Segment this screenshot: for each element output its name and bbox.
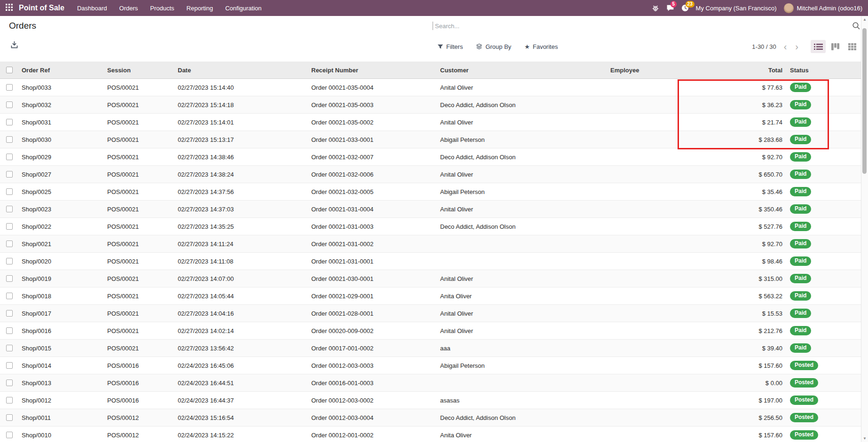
menu-configuration[interactable]: Configuration	[219, 0, 268, 16]
select-all-checkbox[interactable]	[0, 67, 19, 73]
table-row[interactable]: Shop/0033 POS/00021 02/27/2023 15:14:40 …	[0, 79, 861, 96]
row-checkbox[interactable]	[0, 84, 19, 91]
menu-dashboard[interactable]: Dashboard	[71, 0, 113, 16]
export-download-icon[interactable]	[10, 41, 18, 51]
receipt-number-cell: Order 00021-035-0004	[308, 84, 437, 91]
company-switcher[interactable]: My Company (San Francisco)	[696, 5, 777, 12]
app-title[interactable]: Point of Sale	[18, 4, 71, 12]
search-input[interactable]	[433, 22, 852, 30]
menu-products[interactable]: Products	[144, 0, 180, 16]
table-row[interactable]: Shop/0012 POS/00016 02/24/2023 16:44:37 …	[0, 392, 861, 409]
group-by-button[interactable]: Group By	[476, 43, 511, 50]
receipt-number-cell: Order 00021-030-0001	[308, 275, 437, 282]
session-cell: POS/00021	[104, 136, 175, 143]
col-header-order-ref[interactable]: Order Ref	[19, 67, 104, 74]
activities-count-badge: 23	[686, 1, 694, 8]
col-header-session[interactable]: Session	[104, 67, 175, 74]
table-row[interactable]: Shop/0022 POS/00021 02/27/2023 14:35:25 …	[0, 218, 861, 235]
order-ref-cell: Shop/0010	[19, 432, 104, 439]
row-checkbox[interactable]	[0, 136, 19, 143]
col-header-total[interactable]: Total	[690, 67, 786, 74]
status-badge: Posted	[790, 378, 818, 387]
total-cell: $ 350.46	[690, 206, 786, 213]
scrollbar-thumb[interactable]	[862, 28, 867, 174]
table-row[interactable]: Shop/0018 POS/00021 02/27/2023 14:05:44 …	[0, 287, 861, 305]
favorites-button[interactable]: ★ Favorites	[524, 43, 558, 50]
table-row[interactable]: Shop/0032 POS/00021 02/27/2023 15:14:18 …	[0, 96, 861, 114]
scroll-down-arrow-icon[interactable]: ▼	[861, 436, 868, 441]
table-row[interactable]: Shop/0013 POS/00016 02/24/2023 16:44:51 …	[0, 374, 861, 392]
table-row[interactable]: Shop/0029 POS/00021 02/27/2023 14:38:46 …	[0, 148, 861, 166]
table-row[interactable]: Shop/0027 POS/00021 02/27/2023 14:38:24 …	[0, 166, 861, 183]
table-row[interactable]: Shop/0014 POS/00016 02/24/2023 16:45:06 …	[0, 357, 861, 374]
vertical-scrollbar[interactable]: ▲ ▼	[861, 16, 868, 442]
date-cell: 02/27/2023 14:11:08	[175, 258, 308, 265]
control-panel: Filters Group By ★ Favorites 1-30 / 30 ‹…	[0, 36, 868, 57]
table-row[interactable]: Shop/0023 POS/00021 02/27/2023 14:37:03 …	[0, 201, 861, 218]
messages-icon[interactable]: 5	[666, 4, 674, 12]
session-cell: POS/00021	[104, 206, 175, 213]
row-checkbox[interactable]	[0, 101, 19, 108]
filter-funnel-icon	[437, 44, 443, 50]
receipt-number-cell: Order 00012-003-0003	[308, 362, 437, 369]
row-checkbox[interactable]	[0, 154, 19, 160]
row-checkbox[interactable]	[0, 171, 19, 178]
col-header-customer[interactable]: Customer	[437, 67, 608, 74]
row-checkbox[interactable]	[0, 258, 19, 264]
status-badge: Paid	[790, 343, 811, 352]
row-checkbox[interactable]	[0, 380, 19, 386]
table-row[interactable]: Shop/0017 POS/00021 02/27/2023 14:04:16 …	[0, 305, 861, 322]
row-checkbox[interactable]	[0, 432, 19, 438]
table-row[interactable]: Shop/0015 POS/00021 02/27/2023 13:56:42 …	[0, 340, 861, 357]
orders-table-body: Shop/0033 POS/00021 02/27/2023 15:14:40 …	[0, 79, 861, 442]
col-header-employee[interactable]: Employee	[608, 67, 690, 74]
row-checkbox[interactable]	[0, 223, 19, 230]
total-cell: $ 256.50	[690, 414, 786, 421]
table-row[interactable]: Shop/0030 POS/00021 02/27/2023 15:13:17 …	[0, 131, 861, 148]
row-checkbox[interactable]	[0, 362, 19, 369]
pager-next-button[interactable]: ›	[793, 42, 800, 51]
row-checkbox[interactable]	[0, 327, 19, 334]
col-header-date[interactable]: Date	[175, 67, 308, 74]
row-checkbox[interactable]	[0, 206, 19, 212]
row-checkbox[interactable]	[0, 188, 19, 195]
session-cell: POS/00016	[104, 380, 175, 387]
pivot-view-button[interactable]	[844, 40, 860, 53]
table-row[interactable]: Shop/0031 POS/00021 02/27/2023 15:14:01 …	[0, 114, 861, 131]
table-row[interactable]: Shop/0025 POS/00021 02/27/2023 14:37:56 …	[0, 183, 861, 201]
row-checkbox[interactable]	[0, 275, 19, 282]
table-row[interactable]: Shop/0021 POS/00021 02/27/2023 14:11:24 …	[0, 235, 861, 253]
receipt-number-cell: Order 00016-001-0003	[308, 380, 437, 387]
row-checkbox[interactable]	[0, 293, 19, 299]
customer-cell: Anital Oliver	[437, 327, 608, 334]
apps-menu-button[interactable]	[0, 0, 18, 16]
menu-reporting[interactable]: Reporting	[181, 0, 219, 16]
receipt-number-cell: Order 00021-032-0005	[308, 188, 437, 195]
kanban-view-button[interactable]	[828, 40, 843, 53]
col-header-status[interactable]: Status	[786, 67, 861, 74]
user-menu[interactable]: Mitchell Admin (odoo16)	[784, 3, 862, 13]
row-checkbox[interactable]	[0, 310, 19, 317]
scroll-up-arrow-icon[interactable]: ▲	[861, 17, 868, 22]
session-cell: POS/00012	[104, 414, 175, 421]
date-cell: 02/24/2023 15:16:54	[175, 414, 308, 421]
row-checkbox[interactable]	[0, 345, 19, 351]
list-view-button[interactable]	[811, 40, 826, 53]
activities-clock-icon[interactable]: 23	[681, 4, 689, 12]
table-row[interactable]: Shop/0020 POS/00021 02/27/2023 14:11:08 …	[0, 253, 861, 270]
pager-previous-button[interactable]: ‹	[782, 42, 789, 51]
receipt-number-cell: Order 00017-001-0002	[308, 345, 437, 352]
table-row[interactable]: Shop/0019 POS/00021 02/27/2023 14:07:00 …	[0, 270, 861, 287]
row-checkbox[interactable]	[0, 397, 19, 403]
table-row[interactable]: Shop/0016 POS/00021 02/27/2023 14:02:14 …	[0, 322, 861, 340]
row-checkbox[interactable]	[0, 414, 19, 421]
table-row[interactable]: Shop/0010 POS/00012 02/24/2023 14:15:22 …	[0, 426, 861, 442]
row-checkbox[interactable]	[0, 119, 19, 125]
debug-bug-icon[interactable]	[652, 4, 659, 12]
table-row[interactable]: Shop/0011 POS/00012 02/24/2023 15:16:54 …	[0, 409, 861, 426]
search-icon[interactable]	[852, 22, 860, 30]
filters-button[interactable]: Filters	[437, 43, 463, 50]
row-checkbox[interactable]	[0, 240, 19, 247]
menu-orders[interactable]: Orders	[113, 0, 144, 16]
col-header-receipt-number[interactable]: Receipt Number	[308, 67, 437, 74]
